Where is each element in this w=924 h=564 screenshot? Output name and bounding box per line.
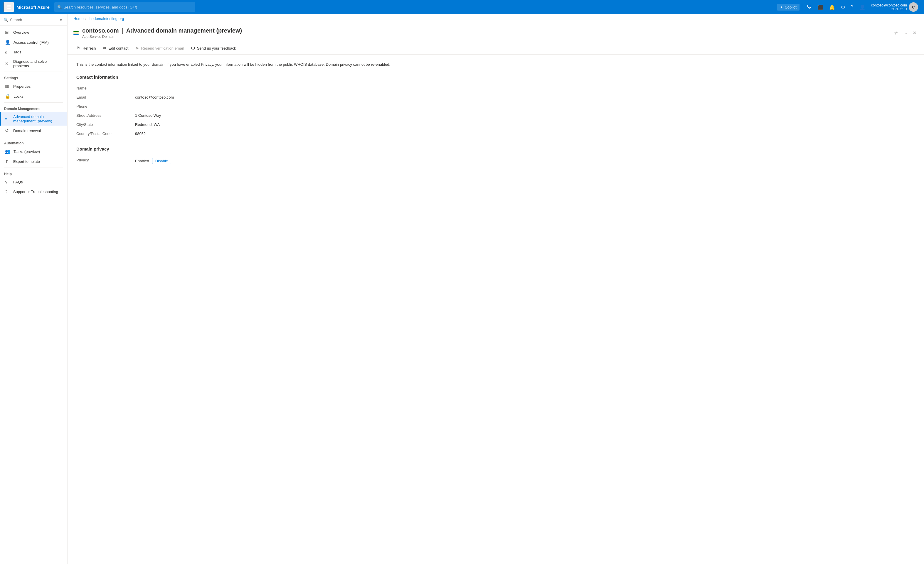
contact-field-label: Name (76, 84, 135, 93)
favorite-btn[interactable]: ☆ (892, 29, 900, 37)
breadcrumb-domain[interactable]: thedomaintesting.org (88, 16, 124, 21)
settings-btn[interactable]: ⚙ (838, 3, 848, 12)
send-feedback-button[interactable]: 🗩 Send us your feedback (188, 44, 240, 52)
sidebar-item-tasks[interactable]: 👥 Tasks (preview) (0, 147, 67, 156)
more-options-btn[interactable]: ··· (902, 29, 909, 37)
main-content: Home › thedomaintesting.org contoso.com … (68, 14, 924, 564)
edit-icon: ✏ (103, 45, 107, 51)
contact-field-label: Street Address (76, 111, 135, 120)
locks-icon: 🔒 (5, 94, 10, 99)
privacy-value-cell: Enabled Disable (135, 156, 915, 166)
breadcrumb-separator: › (86, 16, 87, 21)
brand-name: Microsoft Azure (16, 5, 50, 10)
sidebar-item-label: Export template (13, 159, 40, 164)
resend-verification-button[interactable]: ➤ Resend verification email (132, 44, 187, 52)
disable-privacy-button[interactable]: Disable (152, 158, 171, 164)
feedback-icon-btn[interactable]: 🗨 (804, 3, 814, 12)
tasks-icon: 👥 (5, 149, 10, 154)
sidebar-item-label: Support + Troubleshooting (13, 190, 58, 194)
section-settings-label: Settings (0, 73, 67, 81)
sidebar-divider-3 (4, 137, 63, 137)
sidebar-item-label: FAQs (13, 180, 23, 184)
sidebar-item-support[interactable]: ? Support + Troubleshooting (0, 187, 67, 197)
edit-contact-button[interactable]: ✏ Edit contact (99, 44, 132, 52)
sidebar-item-label: Properties (13, 84, 30, 88)
sidebar-item-domain-renewal[interactable]: ↺ Domain renewal (0, 126, 67, 136)
contact-info-row: Phone (76, 102, 915, 111)
page-title: Advanced domain management (preview) (126, 27, 242, 34)
contact-info-row: Name (76, 84, 915, 93)
diagnose-icon: ✕ (5, 61, 10, 66)
sidebar-item-label: Diagnose and solve problems (13, 59, 63, 68)
access-control-icon: 👤 (5, 40, 10, 45)
hamburger-menu[interactable]: ☰ (3, 2, 14, 12)
refresh-button[interactable]: ↻ Refresh (74, 44, 99, 52)
breadcrumb-home[interactable]: Home (74, 16, 84, 21)
contact-section: Contact information Name Email contoso@c… (76, 75, 915, 138)
page-subtitle: App Service Domain (82, 34, 242, 39)
sidebar-item-label: Locks (14, 94, 24, 99)
contact-info-row: Street Address 1 Contoso Way (76, 111, 915, 120)
domain-privacy-title: Domain privacy (76, 147, 915, 151)
export-template-icon: ⬆ (5, 159, 10, 164)
toolbar: ↻ Refresh ✏ Edit contact ➤ Resend verifi… (68, 42, 924, 55)
contact-info-row: Country/Postal Code 98052 (76, 129, 915, 138)
user-menu[interactable]: contoso@contoso.com CONTOSO C (869, 1, 921, 13)
sidebar-divider-4 (4, 168, 63, 168)
sidebar-item-export-template[interactable]: ⬆ Export template (0, 156, 67, 166)
top-navigation: ☰ Microsoft Azure 🔍 ✦ Copilot 🗨 ⬛ 🔔 ⚙ ? … (0, 0, 924, 14)
help-btn[interactable]: ? (849, 3, 856, 12)
sidebar-item-label: Domain renewal (13, 129, 41, 133)
page-header-actions: ☆ ··· ✕ (892, 29, 918, 37)
sidebar-search-input[interactable] (10, 18, 57, 22)
section-domain-label: Domain Management (0, 104, 67, 112)
resource-name: contoso.com (82, 27, 118, 34)
sidebar: 🔍 « ⊞ Overview 👤 Access control (IAM) 🏷 … (0, 14, 68, 564)
sidebar-item-properties[interactable]: ▦ Properties (0, 81, 67, 91)
sidebar-item-overview[interactable]: ⊞ Overview (0, 27, 67, 37)
breadcrumb: Home › thedomaintesting.org (68, 14, 924, 23)
contact-field-value (135, 84, 915, 93)
cloud-shell-btn[interactable]: ⬛ (815, 3, 826, 12)
faqs-icon: ? (5, 180, 10, 185)
sidebar-search-icon: 🔍 (3, 18, 8, 22)
user-name: CONTOSO (871, 7, 907, 11)
contact-section-title: Contact information (76, 75, 915, 79)
sidebar-nav: ⊞ Overview 👤 Access control (IAM) 🏷 Tags… (0, 25, 67, 198)
privacy-label: Privacy (76, 156, 135, 166)
sidebar-item-label: Tasks (preview) (14, 150, 40, 154)
sidebar-item-locks[interactable]: 🔒 Locks (0, 91, 67, 101)
sidebar-item-label: Overview (13, 30, 29, 34)
info-text: This is the contact information linked t… (76, 61, 915, 67)
sidebar-item-diagnose[interactable]: ✕ Diagnose and solve problems (0, 57, 67, 70)
privacy-row: Privacy Enabled Disable (76, 156, 915, 166)
domain-renewal-icon: ↺ (5, 128, 10, 133)
contact-field-label: City/State (76, 120, 135, 129)
section-help-label: Help (0, 169, 67, 177)
close-btn[interactable]: ✕ (911, 29, 918, 37)
contact-info-table: Name Email contoso@contoso.comPhone Stre… (76, 84, 915, 138)
sidebar-item-faqs[interactable]: ? FAQs (0, 177, 67, 187)
global-search-box[interactable]: 🔍 (54, 2, 195, 12)
copilot-button[interactable]: ✦ Copilot (777, 4, 799, 10)
sidebar-collapse-btn[interactable]: « (59, 16, 64, 23)
support-icon: ? (5, 189, 10, 194)
contact-field-label: Phone (76, 102, 135, 111)
domain-privacy-table: Privacy Enabled Disable (76, 156, 915, 166)
refresh-icon: ↻ (77, 45, 81, 51)
sidebar-divider-2 (4, 102, 63, 103)
sidebar-divider-1 (4, 72, 63, 72)
sidebar-item-tags[interactable]: 🏷 Tags (0, 47, 67, 57)
avatar[interactable]: C (909, 2, 918, 12)
sidebar-item-advanced-domain[interactable]: ≡ Advanced domain management (preview) (0, 112, 67, 126)
global-search-input[interactable] (64, 5, 192, 9)
contact-info-row: Email contoso@contoso.com (76, 93, 915, 102)
page-header: contoso.com | Advanced domain management… (68, 23, 924, 42)
section-automation-label: Automation (0, 138, 67, 147)
directory-btn[interactable]: 👤 (857, 3, 868, 12)
contact-field-value (135, 102, 915, 111)
feedback-icon: 🗩 (191, 46, 195, 51)
copilot-icon: ✦ (780, 5, 783, 9)
notifications-btn[interactable]: 🔔 (827, 3, 837, 12)
sidebar-item-access-control[interactable]: 👤 Access control (IAM) (0, 37, 67, 47)
